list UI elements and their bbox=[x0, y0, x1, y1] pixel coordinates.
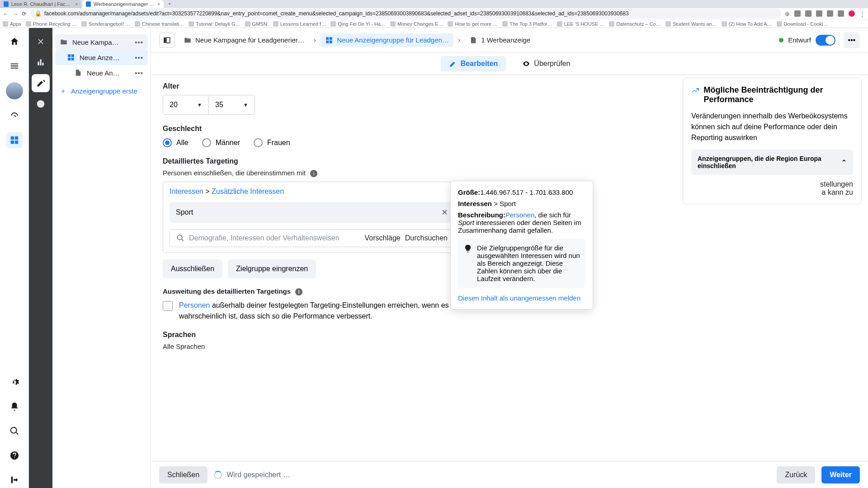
extension-icon[interactable] bbox=[827, 10, 833, 17]
browse-button[interactable]: Durchsuchen bbox=[405, 234, 448, 242]
age-min-select[interactable]: 20▼ bbox=[163, 95, 209, 115]
bookmark[interactable]: Phone Recycling … bbox=[26, 21, 77, 27]
menu-icon[interactable] bbox=[6, 58, 23, 74]
url-bar[interactable]: 🔒 facebook.com/adsmanager/manage/adsets/… bbox=[30, 9, 781, 19]
back-icon[interactable]: ← bbox=[3, 10, 9, 17]
bell-icon[interactable] bbox=[6, 399, 23, 415]
bookmark[interactable]: Money Changes E… bbox=[390, 21, 443, 27]
ad-icon bbox=[469, 36, 477, 44]
radio-icon bbox=[254, 138, 263, 147]
search-icon[interactable]: ⊕ bbox=[785, 10, 790, 17]
radio-icon bbox=[202, 138, 211, 147]
tab-review[interactable]: Überprüfen bbox=[514, 56, 578, 71]
lightbulb-icon bbox=[463, 244, 472, 253]
reload-icon[interactable]: ⟳ bbox=[22, 10, 27, 17]
apps-icon bbox=[3, 21, 8, 27]
expansion-checkbox[interactable] bbox=[163, 301, 173, 311]
search-icon[interactable] bbox=[6, 423, 23, 439]
age-max-select[interactable]: 35▼ bbox=[209, 95, 255, 115]
bookmark[interactable]: How to get more … bbox=[448, 21, 498, 27]
browser-tab[interactable]: Leon R. Chaudhari | Facebook × bbox=[0, 0, 81, 8]
gear-icon[interactable] bbox=[6, 374, 23, 390]
panel-toggle-icon[interactable] bbox=[159, 33, 175, 48]
close-icon[interactable]: × bbox=[157, 2, 160, 7]
help-icon[interactable] bbox=[6, 447, 23, 464]
search-input[interactable] bbox=[189, 234, 360, 242]
bookmark[interactable]: Tutorial: Detayli G… bbox=[189, 21, 241, 27]
bookmark[interactable]: Download - Cooki… bbox=[777, 21, 828, 27]
crumb-ad[interactable]: 1 Werbeanzeige bbox=[465, 33, 535, 47]
tree-campaign[interactable]: Neue Kampa… ••• bbox=[55, 34, 148, 50]
ad-icon bbox=[74, 69, 82, 77]
info-icon[interactable]: i bbox=[310, 170, 317, 177]
more-icon[interactable]: ••• bbox=[135, 54, 143, 61]
interest-container: Interessen > Zusätzliche Interessen Spor… bbox=[163, 182, 461, 253]
browser-tab-active[interactable]: Werbeanzeigenmanager - We × bbox=[82, 0, 164, 8]
size-value: 1.446.967.517 - 1.701.633.800 bbox=[480, 188, 573, 196]
home-icon[interactable] bbox=[6, 33, 23, 50]
tree-adset[interactable]: Neue Anze… ••• bbox=[55, 50, 148, 65]
bookmark[interactable]: GMSN: bbox=[245, 21, 269, 27]
narrow-button[interactable]: Zielgruppe eingrenzen bbox=[228, 259, 316, 278]
bookmark[interactable]: Sonderangebot! … bbox=[81, 21, 130, 27]
radio-men[interactable]: Männer bbox=[202, 138, 240, 147]
clock-icon[interactable] bbox=[32, 95, 50, 113]
more-icon[interactable]: ••• bbox=[135, 38, 143, 46]
bookmark[interactable]: Datenschutz – Co… bbox=[609, 21, 660, 27]
bookmark[interactable]: The Top 3 Platfor… bbox=[502, 21, 552, 27]
bookmark[interactable]: Student Wants an… bbox=[665, 21, 717, 27]
forward-icon[interactable]: → bbox=[12, 10, 18, 17]
trend-icon bbox=[691, 86, 699, 95]
radio-icon bbox=[163, 138, 172, 147]
more-icon[interactable]: ••• bbox=[844, 32, 860, 48]
more-icon[interactable]: ••• bbox=[135, 69, 143, 77]
facebook-favicon bbox=[86, 1, 91, 7]
crumb-adset[interactable]: Neue Anzeigengruppe für Leadgen… bbox=[321, 33, 453, 47]
pencil-icon[interactable] bbox=[32, 74, 50, 92]
menu-icon[interactable]: ⋮ bbox=[859, 10, 865, 17]
next-button[interactable]: Weiter bbox=[821, 466, 860, 483]
bookmark[interactable]: LEE 'S HOUSE … bbox=[557, 21, 605, 27]
size-label: Größe: bbox=[458, 188, 480, 196]
age-label: Alter bbox=[163, 82, 461, 90]
publish-toggle[interactable] bbox=[816, 35, 835, 46]
close-icon[interactable]: × bbox=[75, 2, 78, 7]
browser-tabs: Leon R. Chaudhari | Facebook × Werbeanze… bbox=[0, 0, 868, 8]
close-icon[interactable]: ✕ bbox=[441, 207, 448, 217]
collapse-icon[interactable] bbox=[6, 472, 23, 488]
extension-icon[interactable] bbox=[805, 10, 811, 17]
targeting-search[interactable]: Vorschläge Durchsuchen bbox=[170, 229, 454, 247]
tree-ad[interactable]: Neue An… ••• bbox=[55, 65, 148, 80]
grid-icon[interactable] bbox=[6, 132, 23, 148]
close-button[interactable]: Schließen bbox=[159, 466, 208, 483]
profile-icon[interactable] bbox=[849, 10, 855, 17]
bookmark[interactable]: (2) How To Add A… bbox=[722, 21, 772, 27]
new-tab-button[interactable]: + bbox=[165, 0, 175, 8]
avatar[interactable] bbox=[6, 82, 23, 99]
extension-icon[interactable] bbox=[816, 10, 822, 17]
radio-all[interactable]: Alle bbox=[163, 138, 189, 147]
bookmark[interactable]: Qing Fei De Yi - Ha… bbox=[330, 21, 386, 27]
chart-icon[interactable] bbox=[32, 53, 50, 71]
info-icon[interactable]: i bbox=[295, 288, 302, 296]
add-adset-button[interactable]: ＋ Anzeigengruppe erste bbox=[55, 80, 148, 102]
back-button[interactable]: Zurück bbox=[777, 466, 815, 483]
bookmark[interactable]: Chinese translati… bbox=[135, 21, 184, 27]
crumb-campaign[interactable]: Neue Kampagne für Leadgenerier… bbox=[179, 33, 309, 47]
extension-icon[interactable] bbox=[838, 10, 844, 17]
close-icon[interactable] bbox=[32, 33, 50, 51]
folder-icon bbox=[60, 38, 68, 46]
exclude-button[interactable]: Ausschließen bbox=[163, 259, 222, 278]
radio-women[interactable]: Frauen bbox=[254, 138, 290, 147]
bookmark[interactable]: Apps bbox=[3, 21, 21, 27]
tab-edit[interactable]: Bearbeiten bbox=[441, 56, 506, 71]
suggestions-button[interactable]: Vorschläge bbox=[365, 234, 401, 242]
accordion-header[interactable]: Anzeigengruppen, die die Region Europa e… bbox=[691, 150, 853, 175]
report-link[interactable]: Diesen Inhalt als unangemessen melden bbox=[458, 294, 585, 302]
gauge-icon[interactable] bbox=[6, 108, 23, 124]
browser-chrome: Leon R. Chaudhari | Facebook × Werbeanze… bbox=[0, 0, 868, 28]
saving-status: Wird gespeichert … bbox=[214, 471, 290, 479]
interest-chip[interactable]: Sport ✕ bbox=[170, 202, 454, 223]
bookmark[interactable]: Lessons Learned f… bbox=[273, 21, 326, 27]
extension-icon[interactable] bbox=[794, 10, 801, 17]
